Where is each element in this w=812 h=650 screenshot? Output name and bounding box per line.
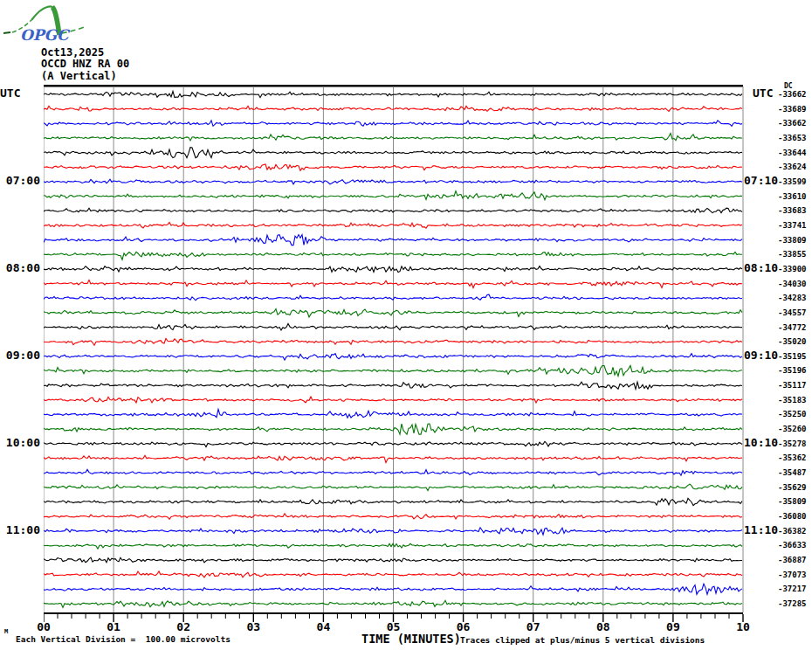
dc-offset-value: -35487 — [778, 468, 812, 477]
dc-offset-value: -33741 — [778, 221, 812, 230]
observatory-logo: OPGC — [2, 2, 100, 44]
dc-offset-value: -35183 — [778, 396, 812, 405]
scale-note: Each Vertical Division = 100.00 microvol… — [16, 634, 231, 644]
left-time-label: 07:00 — [0, 174, 40, 187]
x-axis-title: TIME (MINUTES) — [361, 632, 461, 646]
dc-offset-value: -34283 — [778, 294, 812, 302]
dc-offset-value: -33644 — [778, 149, 812, 157]
dc-offset-value: -35260 — [778, 425, 812, 433]
dc-offset-value: -33599 — [778, 177, 812, 186]
dc-offset-value: -34030 — [778, 280, 812, 288]
dc-offset-value: -33855 — [778, 250, 812, 259]
webicorder-page: OPGC Oct13,2025 OCCD HNZ RA 00 (A Vertic… — [0, 0, 812, 650]
x-tick-label: 07 — [516, 620, 551, 633]
dc-offset-value: -34772 — [778, 323, 812, 332]
dc-offset-value: -37073 — [778, 570, 812, 579]
corner-mark: M — [4, 628, 8, 635]
dc-offset-value: -37285 — [778, 599, 812, 608]
header-station: OCCD HNZ RA 00 — [41, 59, 129, 70]
seismogram-plot — [44, 85, 744, 623]
x-tick-label: 10 — [726, 620, 760, 633]
dc-offset-value: -33662 — [778, 119, 812, 128]
x-tick-label: 00 — [26, 620, 61, 633]
x-tick-label: 04 — [306, 620, 341, 633]
dc-offset-value: -35117 — [778, 381, 812, 390]
header-component: (A Vertical) — [41, 71, 117, 82]
dc-offset-value: -36382 — [778, 527, 812, 536]
x-tick-label: 01 — [96, 620, 131, 633]
dc-offset-value: -35629 — [778, 483, 812, 492]
logo-text: OPGC — [20, 26, 71, 44]
dc-offset-value: -36080 — [778, 512, 812, 521]
clip-note: Traces clipped at plus/minus 5 vertical … — [460, 635, 705, 645]
dc-offset-value: -33900 — [778, 265, 812, 273]
left-time-label: 09:00 — [0, 349, 40, 362]
dc-offset-value: -35278 — [778, 439, 812, 448]
dc-offset-value: -36887 — [778, 556, 812, 564]
logo-dash-left — [3, 32, 10, 33]
dc-offset-value: -33624 — [778, 162, 812, 171]
dc-offset-value: -37217 — [778, 584, 812, 593]
dc-offset-value: -33662 — [778, 90, 812, 99]
dc-offset-value: -35020 — [778, 337, 812, 346]
x-tick-label: 03 — [236, 620, 271, 633]
dc-offset-value: -33809 — [778, 236, 812, 245]
dc-offset-value: -35362 — [778, 453, 812, 462]
dc-column-label: DC — [784, 82, 793, 90]
dc-offset-value: -35195 — [778, 352, 812, 361]
dc-offset-value: -35196 — [778, 366, 812, 375]
dc-offset-value: -33683 — [778, 206, 812, 215]
utc-label-right: UTC — [753, 86, 773, 100]
dc-offset-value: -33689 — [778, 105, 812, 114]
left-time-label: 08:00 — [0, 261, 40, 274]
dc-offset-value: -35809 — [778, 497, 812, 506]
dc-offset-value: -35250 — [778, 410, 812, 418]
x-tick-label: 08 — [586, 620, 621, 633]
dc-offset-value: -36633 — [778, 541, 812, 550]
utc-label-left: UTC — [0, 86, 20, 100]
left-time-label: 10:00 — [0, 436, 40, 449]
dc-offset-value: -33653 — [778, 134, 812, 142]
x-tick-label: 02 — [166, 620, 201, 633]
logo-ridge — [31, 6, 53, 20]
dc-offset-value: -33610 — [778, 192, 812, 201]
x-tick-label: 09 — [656, 620, 691, 633]
dc-offset-value: -34557 — [778, 308, 812, 317]
left-time-label: 11:00 — [0, 523, 40, 536]
